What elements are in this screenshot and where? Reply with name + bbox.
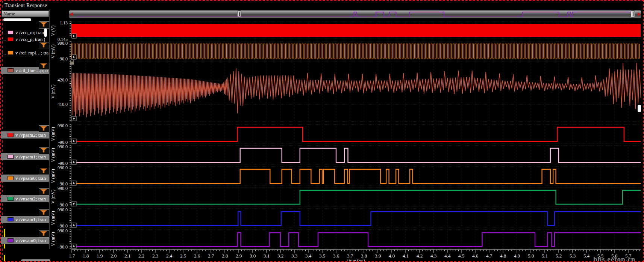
trace-ctl_fine [71, 63, 641, 117]
time-tick-label: 3.1 [264, 253, 270, 259]
time-tick-label: 5.4 [583, 253, 589, 259]
time-tick-label: 2.2 [138, 253, 144, 259]
trace-vpsam0 [71, 169, 641, 184]
lock-icon[interactable] [70, 59, 74, 65]
time-tick-label: 4.3 [430, 253, 436, 259]
strip-marker-button[interactable] [72, 202, 76, 206]
time-tick-label: 3.4 [305, 253, 311, 259]
time-tick-label: 4.8 [500, 253, 506, 259]
time-tick-label: 2.6 [194, 253, 200, 259]
time-tick-label: 4.7 [486, 253, 492, 259]
time-tick-label: 3.0 [250, 253, 256, 259]
trace-vco [71, 24, 641, 37]
time-tick-label: 2.0 [111, 253, 117, 259]
time-tick-label: 1.8 [83, 253, 89, 259]
time-tick-label: 5.2 [556, 253, 562, 259]
time-tick-label: 5.1 [542, 253, 548, 259]
strip-marker-button[interactable] [72, 139, 76, 143]
time-tick-label: 3.3 [291, 253, 297, 259]
overview-trace [77, 12, 631, 17]
strip-marker-button[interactable] [72, 55, 76, 59]
time-tick-label: 1.7 [69, 253, 75, 259]
time-tick-label: 4.9 [514, 253, 520, 259]
strip-marker-button[interactable] [72, 223, 76, 227]
time-tick-label: 3.5 [319, 253, 325, 259]
trace-vnsam1 [71, 212, 641, 226]
time-tick-label: 4.0 [389, 253, 395, 259]
time-tick-label: 4.4 [444, 253, 450, 259]
grid-horizontal [71, 22, 641, 249]
waveform-plot-area[interactable] [1, 1, 644, 262]
trace-vnsam0 [71, 233, 641, 247]
time-tick-label: 2.5 [180, 253, 186, 259]
time-tick-label: 2.8 [222, 253, 228, 259]
time-tick-label: 5.3 [570, 253, 576, 259]
time-tick-label: 3.9 [375, 253, 381, 259]
trace-vpsam1 [71, 148, 641, 163]
waveform-viewer-window: Transient Response Name v /vco_m; tranv … [0, 0, 644, 262]
strip-marker-button[interactable] [72, 160, 76, 164]
time-tick-label: 2.9 [236, 253, 242, 259]
time-tick-label: 3.6 [333, 253, 339, 259]
time-tick-label: 4.5 [458, 253, 464, 259]
strip-marker-button[interactable] [72, 244, 76, 248]
strip-marker-button[interactable] [72, 116, 76, 121]
time-tick-label: 2.3 [152, 253, 158, 259]
trace-ref_mpl [71, 44, 639, 58]
time-tick-label: 4.2 [417, 253, 423, 259]
time-tick-label: 2.7 [208, 253, 214, 259]
time-tick-label: 4.1 [403, 253, 409, 259]
time-tick-label: 4.6 [472, 253, 478, 259]
time-tick-label: 3.2 [277, 253, 283, 259]
trace-vpsam2 [71, 127, 641, 142]
trace-vnsam2 [71, 190, 641, 204]
time-tick-label: 5.0 [528, 253, 534, 259]
time-tick-label: 2.4 [166, 253, 172, 259]
watermark: bbs.eetop.cn [593, 255, 635, 262]
time-tick-label: 1.9 [97, 253, 103, 259]
strip-marker-button[interactable] [72, 34, 76, 38]
time-tick-label: 2.1 [124, 253, 130, 259]
strip-marker-button[interactable] [72, 181, 76, 185]
time-axis-title: time (us) [347, 257, 365, 262]
